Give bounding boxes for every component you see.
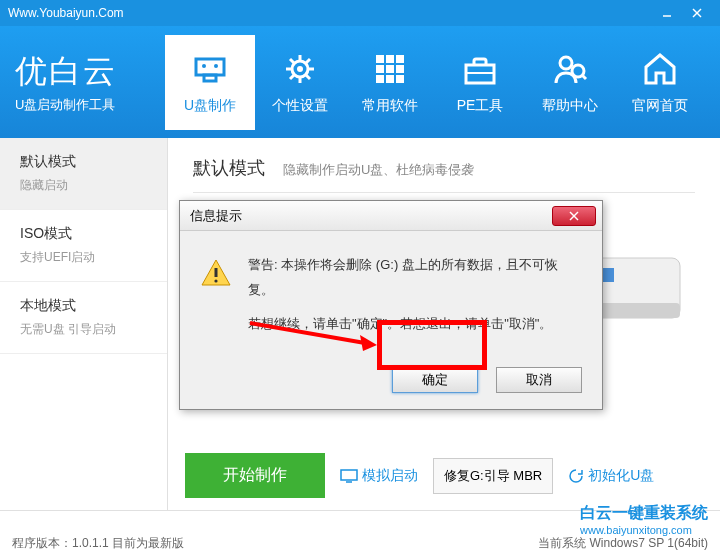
watermark: 白云一键重装系统 www.baiyunxitong.com xyxy=(580,503,708,536)
sidebar-item-desc: 支持UEFI启动 xyxy=(20,249,147,266)
monitor-icon xyxy=(340,469,358,483)
warning-icon xyxy=(200,257,232,289)
svg-line-22 xyxy=(582,75,586,79)
refresh-icon xyxy=(568,468,584,484)
grid-icon xyxy=(370,49,410,89)
minimize-button[interactable] xyxy=(652,3,682,23)
sidebar-item-title: ISO模式 xyxy=(20,225,147,243)
svg-rect-13 xyxy=(386,65,394,73)
svg-rect-11 xyxy=(396,55,404,63)
svg-rect-27 xyxy=(341,470,357,480)
svg-rect-12 xyxy=(376,65,384,73)
svg-rect-9 xyxy=(376,55,384,63)
dialog-title-text: 信息提示 xyxy=(190,207,242,225)
svg-point-8 xyxy=(297,66,303,72)
nav-software[interactable]: 常用软件 xyxy=(345,35,435,130)
sidebar-default-mode[interactable]: 默认模式 隐藏启动 xyxy=(0,138,167,210)
confirm-dialog: 信息提示 警告: 本操作将会删除 (G:) 盘上的所有数据，且不可恢复。 若想继… xyxy=(179,200,603,410)
toolbox-icon xyxy=(460,49,500,89)
nav-usb-creation[interactable]: U盘制作 xyxy=(165,35,255,130)
nav-label: U盘制作 xyxy=(184,97,236,115)
svg-rect-17 xyxy=(396,75,404,83)
nav-label: 个性设置 xyxy=(272,97,328,115)
nav-label: 官网首页 xyxy=(632,97,688,115)
svg-point-6 xyxy=(214,64,218,68)
svg-rect-31 xyxy=(215,268,218,277)
svg-rect-3 xyxy=(196,59,224,75)
home-icon xyxy=(640,49,680,89)
svg-point-32 xyxy=(214,279,217,282)
nav-pe-tools[interactable]: PE工具 xyxy=(435,35,525,130)
dialog-instruction-text: 若想继续，请单击"确定"。若想退出，请单击"取消"。 xyxy=(248,312,582,337)
start-creation-button[interactable]: 开始制作 xyxy=(185,453,325,498)
svg-point-5 xyxy=(202,64,206,68)
page-subtitle: 隐藏制作启动U盘、杜绝病毒侵袭 xyxy=(283,161,474,179)
cancel-button[interactable]: 取消 xyxy=(496,367,582,393)
dialog-close-button[interactable] xyxy=(552,206,596,226)
app-url: Www.Youbaiyun.Com xyxy=(8,6,124,20)
sidebar-iso-mode[interactable]: ISO模式 支持UEFI启动 xyxy=(0,210,167,282)
repair-mbr-button[interactable]: 修复G:引导 MBR xyxy=(433,458,553,494)
nav-label: 常用软件 xyxy=(362,97,418,115)
page-title: 默认模式 xyxy=(193,156,265,180)
nav-label: 帮助中心 xyxy=(542,97,598,115)
sidebar-item-title: 本地模式 xyxy=(20,297,147,315)
svg-rect-16 xyxy=(386,75,394,83)
usb-drive-icon xyxy=(190,49,230,89)
logo-subtitle: U盘启动制作工具 xyxy=(15,96,165,114)
support-icon xyxy=(550,49,590,89)
svg-rect-14 xyxy=(396,65,404,73)
system-info-text: 当前系统 Windows7 SP 1(64bit) xyxy=(538,535,708,552)
nav-customize[interactable]: 个性设置 xyxy=(255,35,345,130)
sidebar-item-title: 默认模式 xyxy=(20,153,147,171)
nav-help[interactable]: 帮助中心 xyxy=(525,35,615,130)
sidebar-item-desc: 无需U盘 引导启动 xyxy=(20,321,147,338)
svg-rect-4 xyxy=(204,75,216,81)
svg-point-20 xyxy=(560,57,572,69)
close-icon xyxy=(568,211,580,221)
sidebar-local-mode[interactable]: 本地模式 无需U盘 引导启动 xyxy=(0,282,167,354)
svg-rect-15 xyxy=(376,75,384,83)
initialize-usb-link[interactable]: 初始化U盘 xyxy=(568,467,654,485)
ok-button[interactable]: 确定 xyxy=(392,367,478,393)
simulate-boot-link[interactable]: 模拟启动 xyxy=(340,467,418,485)
gear-icon xyxy=(280,49,320,89)
nav-homepage[interactable]: 官网首页 xyxy=(615,35,705,130)
close-button[interactable] xyxy=(682,3,712,23)
nav-label: PE工具 xyxy=(457,97,504,115)
svg-rect-10 xyxy=(386,55,394,63)
sidebar-item-desc: 隐藏启动 xyxy=(20,177,147,194)
dialog-warning-text: 警告: 本操作将会删除 (G:) 盘上的所有数据，且不可恢复。 xyxy=(248,253,582,302)
version-text: 程序版本：1.0.1.1 目前为最新版 xyxy=(12,535,184,552)
logo-title: 优白云 xyxy=(15,50,165,94)
